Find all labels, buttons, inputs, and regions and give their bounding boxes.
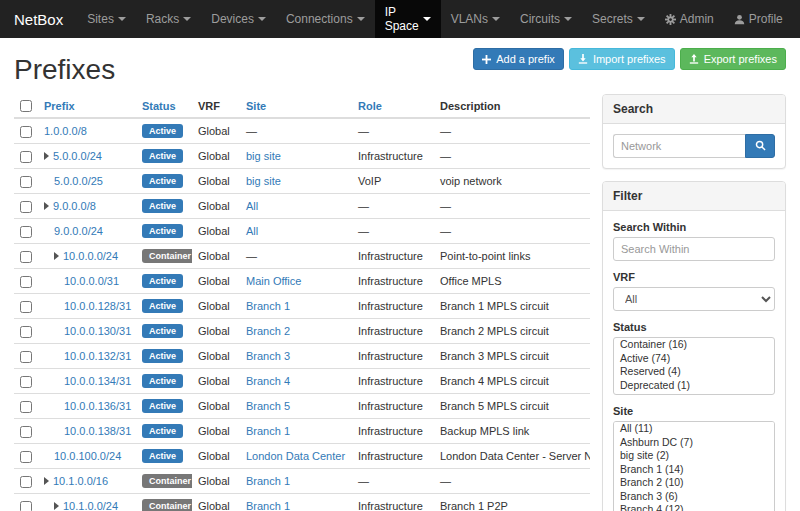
status-badge: Active	[142, 274, 183, 288]
status-filter-list[interactable]: Container (16)Active (74)Reserved (4)Dep…	[613, 337, 775, 395]
site-link[interactable]: Branch 1	[246, 300, 290, 312]
prefix-link[interactable]: 10.0.0.134/31	[64, 375, 131, 387]
description-cell: —	[434, 219, 590, 244]
nav-item-vlans[interactable]: VLANs	[441, 0, 510, 38]
role-cell: Infrastructure	[352, 344, 434, 369]
site-link[interactable]: All	[246, 225, 258, 237]
site-link[interactable]: Branch 1	[246, 425, 290, 437]
nav-item-connections[interactable]: Connections	[276, 0, 375, 38]
status-filter-option[interactable]: Deprecated (1)	[614, 379, 774, 393]
expand-caret-icon[interactable]	[54, 252, 59, 260]
prefix-link[interactable]: 10.0.0.136/31	[64, 400, 131, 412]
nav-item-circuits[interactable]: Circuits	[510, 0, 582, 38]
site-filter-option[interactable]: big site (2)	[614, 449, 774, 463]
column-header-site[interactable]: Site	[240, 94, 352, 118]
site-link[interactable]: Main Office	[246, 275, 301, 287]
import-prefixes-button[interactable]: Import prefixes	[569, 48, 675, 70]
site-link[interactable]: Branch 2	[246, 325, 290, 337]
prefix-link[interactable]: 5.0.0.0/24	[53, 150, 102, 162]
row-checkbox[interactable]	[20, 501, 32, 511]
button-label: Import prefixes	[593, 53, 666, 65]
site-filter-option[interactable]: Branch 2 (10)	[614, 476, 774, 490]
description-cell: Branch 1 P2P	[434, 494, 590, 511]
nav-admin-link[interactable]: Admin	[655, 0, 724, 38]
prefix-link[interactable]: 10.0.0.130/31	[64, 325, 131, 337]
nav-item-ip-space[interactable]: IP Space	[375, 0, 441, 38]
prefix-link[interactable]: 10.0.100.0/24	[54, 450, 121, 462]
search-within-input[interactable]	[613, 237, 775, 261]
site-link[interactable]: London Data Center	[246, 450, 345, 462]
prefix-link[interactable]: 9.0.0.0/24	[54, 225, 103, 237]
status-filter-option[interactable]: Reserved (4)	[614, 365, 774, 379]
row-checkbox[interactable]	[20, 126, 32, 138]
site-link[interactable]: Branch 4	[246, 375, 290, 387]
site-filter-option[interactable]: Branch 1 (14)	[614, 463, 774, 477]
expand-caret-icon[interactable]	[54, 502, 59, 510]
row-checkbox[interactable]	[20, 476, 32, 488]
chevron-down-icon	[258, 17, 266, 21]
site-filter-option[interactable]: All (11)	[614, 422, 774, 436]
row-checkbox[interactable]	[20, 376, 32, 388]
prefix-link[interactable]: 5.0.0.0/25	[54, 175, 103, 187]
nav-item-racks[interactable]: Racks	[136, 0, 201, 38]
row-checkbox[interactable]	[20, 301, 32, 313]
prefix-link[interactable]: 10.0.0.0/31	[64, 275, 119, 287]
site-link[interactable]: Branch 5	[246, 400, 290, 412]
expand-caret-icon[interactable]	[44, 152, 49, 160]
prefix-link[interactable]: 9.0.0.0/8	[53, 200, 96, 212]
site-link[interactable]: big site	[246, 150, 281, 162]
site-filter-option[interactable]: Branch 4 (12)	[614, 503, 774, 511]
status-badge: Active	[142, 374, 183, 388]
nav-log-out-link[interactable]: Log out	[793, 0, 800, 38]
search-button[interactable]	[745, 134, 775, 158]
row-checkbox[interactable]	[20, 176, 32, 188]
site-filter-list[interactable]: All (11)Ashburn DC (7)big site (2)Branch…	[613, 421, 775, 511]
chevron-down-icon	[423, 17, 431, 21]
prefixes-table: PrefixStatusVRFSiteRoleDescription 1.0.0…	[14, 94, 590, 511]
prefix-link[interactable]: 10.0.0.138/31	[64, 425, 131, 437]
row-checkbox[interactable]	[20, 451, 32, 463]
site-link[interactable]: Branch 3	[246, 350, 290, 362]
site-link[interactable]: All	[246, 200, 258, 212]
vrf-select[interactable]: All	[613, 287, 775, 311]
add-a-prefix-button[interactable]: Add a prefix	[473, 48, 564, 70]
expand-caret-icon[interactable]	[44, 202, 49, 210]
site-link[interactable]: big site	[246, 175, 281, 187]
nav-item-secrets[interactable]: Secrets	[582, 0, 655, 38]
table-row: 10.0.0.136/31ActiveGlobalBranch 5Infrast…	[14, 394, 590, 419]
column-header-prefix[interactable]: Prefix	[38, 94, 136, 118]
nav-item-sites[interactable]: Sites	[77, 0, 136, 38]
prefix-link[interactable]: 1.0.0.0/8	[44, 125, 87, 137]
site-filter-option[interactable]: Ashburn DC (7)	[614, 436, 774, 450]
row-checkbox[interactable]	[20, 401, 32, 413]
description-cell: Branch 2 MPLS circuit	[434, 319, 590, 344]
row-checkbox[interactable]	[20, 326, 32, 338]
row-checkbox[interactable]	[20, 226, 32, 238]
row-checkbox[interactable]	[20, 351, 32, 363]
prefix-link[interactable]: 10.0.0.132/31	[64, 350, 131, 362]
row-checkbox[interactable]	[20, 251, 32, 263]
export-prefixes-button[interactable]: Export prefixes	[680, 48, 786, 70]
site-link[interactable]: Branch 1	[246, 475, 290, 487]
prefix-link[interactable]: 10.0.0.0/24	[63, 250, 118, 262]
status-filter-option[interactable]: Container (16)	[614, 338, 774, 352]
select-all-checkbox[interactable]	[20, 100, 32, 112]
site-link[interactable]: Branch 1	[246, 500, 290, 511]
nav-item-devices[interactable]: Devices	[201, 0, 276, 38]
row-checkbox[interactable]	[20, 201, 32, 213]
column-header-role[interactable]: Role	[352, 94, 434, 118]
prefix-link[interactable]: 10.1.0.0/24	[63, 500, 118, 511]
row-checkbox[interactable]	[20, 426, 32, 438]
expand-caret-icon[interactable]	[44, 477, 49, 485]
column-header-status[interactable]: Status	[136, 94, 192, 118]
row-checkbox[interactable]	[20, 151, 32, 163]
prefix-link[interactable]: 10.1.0.0/16	[53, 475, 108, 487]
site-filter-option[interactable]: Branch 3 (6)	[614, 490, 774, 504]
nav-profile-link[interactable]: Profile	[724, 0, 793, 38]
row-checkbox[interactable]	[20, 276, 32, 288]
brand[interactable]: NetBox	[10, 0, 77, 38]
chevron-down-icon	[637, 17, 645, 21]
search-input[interactable]	[613, 134, 745, 158]
status-filter-option[interactable]: Active (74)	[614, 352, 774, 366]
prefix-link[interactable]: 10.0.0.128/31	[64, 300, 131, 312]
